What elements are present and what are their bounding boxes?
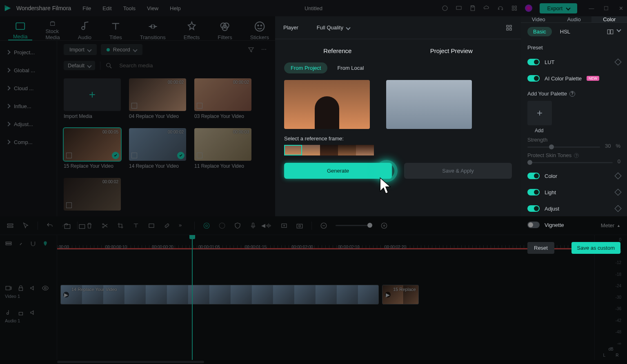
menu-edit[interactable]: Edit (102, 5, 111, 11)
user-avatar[interactable] (525, 4, 532, 12)
audio-sync-icon[interactable] (265, 222, 272, 229)
playhead[interactable] (192, 235, 193, 360)
timeline-scrollbar[interactable] (0, 360, 627, 364)
reference-frame[interactable] (338, 145, 356, 155)
cloud-sync-icon[interactable] (442, 5, 448, 11)
mic-icon[interactable] (249, 222, 257, 229)
folder-icon[interactable] (78, 222, 86, 230)
link-icon[interactable] (163, 222, 171, 229)
sidebar-item-cloud[interactable]: Cloud ... (0, 79, 57, 97)
zoom-out-icon[interactable] (320, 222, 327, 229)
quality-dropdown[interactable]: Full Quality (311, 22, 356, 33)
tab-from-project[interactable]: From Project (284, 62, 327, 73)
import-media-button[interactable]: + (64, 78, 121, 111)
link-icon[interactable] (17, 240, 24, 248)
zoom-slider[interactable] (336, 225, 372, 226)
tab-effects[interactable]: Effects (179, 20, 205, 40)
strength-slider[interactable] (527, 146, 600, 148)
tab-media[interactable]: Media (8, 20, 32, 40)
layout-grid-icon[interactable] (505, 24, 513, 31)
keyframe-icon[interactable] (615, 59, 622, 66)
light-toggle[interactable] (527, 189, 540, 195)
subtab-basic[interactable]: Basic (527, 27, 552, 36)
delete-icon[interactable] (86, 222, 93, 229)
maximize-icon[interactable]: ☐ (603, 5, 609, 11)
reference-frame[interactable] (302, 145, 320, 155)
ai-palette-toggle[interactable] (527, 75, 540, 82)
tab-titles[interactable]: Titles (104, 20, 127, 40)
marker-add-icon[interactable] (280, 222, 288, 229)
cloud-icon[interactable] (483, 5, 490, 11)
menu-tools[interactable]: Tools (123, 5, 136, 11)
media-thumbnail[interactable]: 00:00:05 (64, 128, 121, 161)
sidebar-item-influencer[interactable]: Influe... (0, 97, 57, 115)
reference-frame[interactable] (320, 145, 338, 155)
magnet-icon[interactable] (29, 240, 37, 248)
reference-preview[interactable] (284, 80, 370, 129)
menu-help[interactable]: Help (170, 5, 181, 11)
aspect-icon[interactable] (148, 222, 155, 229)
audio-track-icon[interactable] (5, 309, 12, 316)
tab-stickers[interactable]: Stickers (245, 20, 274, 40)
inspector-tab-audio[interactable]: Audio (556, 16, 592, 22)
headphones-icon[interactable] (497, 5, 504, 11)
protect-skin-slider[interactable] (527, 162, 613, 163)
lock-icon[interactable] (17, 284, 24, 292)
more-icon[interactable]: ⋯ (261, 46, 269, 53)
filter-icon[interactable] (247, 46, 255, 53)
keyframe-icon[interactable] (615, 173, 622, 180)
subtab-hsl[interactable]: HSL (560, 29, 570, 35)
timeline-ruler[interactable]: 00:0000:00:00:1000:00:00:2000:00:01:0500… (57, 235, 594, 250)
apps-icon[interactable] (511, 5, 518, 11)
timeline-clip[interactable]: ▶ 14 Replace Your Video (60, 285, 379, 304)
lut-toggle[interactable] (527, 59, 540, 65)
menu-view[interactable]: View (147, 5, 158, 11)
tab-filters[interactable]: Filters (213, 20, 237, 40)
redo-icon[interactable] (62, 222, 69, 229)
close-icon[interactable]: ✕ (618, 5, 624, 11)
sort-dropdown[interactable]: Default (64, 61, 95, 70)
media-thumbnail[interactable]: 00:00:02 (64, 178, 121, 211)
reference-frame[interactable] (356, 145, 374, 155)
more-tools-icon[interactable]: » (179, 222, 186, 229)
vignette-toggle[interactable] (527, 222, 540, 228)
search-input[interactable] (118, 61, 269, 70)
select-tool-icon[interactable] (22, 222, 29, 229)
keyframe-icon[interactable] (615, 205, 622, 212)
compare-icon[interactable] (607, 28, 614, 36)
tab-from-local[interactable]: From Local (331, 62, 370, 73)
mute-icon[interactable] (29, 284, 37, 292)
export-button[interactable]: Export (540, 3, 577, 13)
color-toggle[interactable] (527, 173, 540, 179)
sidebar-item-comp[interactable]: Comp... (0, 133, 57, 151)
inspector-tab-color[interactable]: Color (591, 16, 627, 22)
sidebar-item-global[interactable]: Global ... (0, 61, 57, 79)
timeline-tracks[interactable]: 00:0000:00:00:1000:00:00:2000:00:01:0500… (57, 235, 594, 360)
media-thumbnail[interactable]: 00:00:03 (194, 128, 251, 161)
help-icon[interactable]: ? (569, 91, 575, 97)
chevron-down-icon[interactable] (616, 27, 621, 32)
media-thumbnail[interactable]: 00:00:02 (194, 78, 251, 111)
undo-icon[interactable] (46, 222, 53, 229)
lock-icon[interactable] (17, 309, 24, 316)
inspector-tab-video[interactable]: Video (521, 16, 556, 22)
timeline-clip[interactable]: ▶ 15 Replace (382, 285, 419, 304)
record-dropdown[interactable]: Record (101, 44, 142, 55)
save-apply-button[interactable]: Save & Apply (404, 163, 512, 179)
tab-stock-media[interactable]: Stock Media (40, 20, 64, 40)
media-thumbnail[interactable]: 00:00:02 (129, 128, 186, 161)
crop-icon[interactable] (117, 222, 124, 229)
keyframe-icon[interactable] (615, 189, 622, 196)
add-palette-button[interactable]: + (527, 101, 552, 125)
help-icon[interactable]: ? (574, 153, 579, 158)
import-dropdown[interactable]: Import (64, 44, 97, 55)
split-icon[interactable] (101, 222, 109, 229)
save-icon[interactable] (469, 5, 476, 11)
shield-icon[interactable] (234, 222, 241, 229)
track-manage-icon[interactable] (5, 240, 12, 248)
sidebar-item-project[interactable]: Project... (0, 43, 57, 61)
generate-button[interactable]: Generate (284, 163, 392, 179)
tab-transitions[interactable]: Transitions (135, 20, 171, 40)
tab-audio[interactable]: Audio (73, 20, 96, 40)
marker-icon[interactable] (42, 240, 49, 248)
